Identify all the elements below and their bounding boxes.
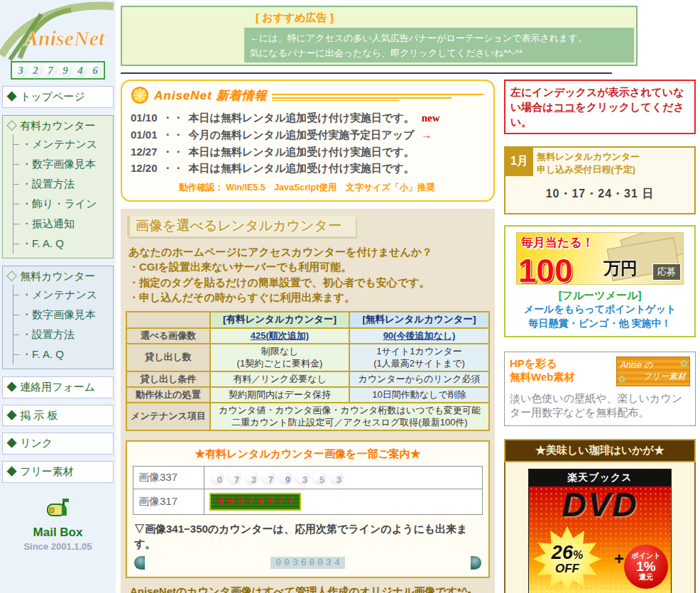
discount-value: 26 bbox=[552, 542, 573, 563]
banner-amount: 100 bbox=[518, 254, 573, 285]
sidebar-group-paid-counter: ◇ 有料カウンター ・メンテナンス ・数字画像見本 ・設置方法 ・飾り・ライン … bbox=[2, 115, 114, 259]
arrow-link[interactable]: → bbox=[421, 129, 432, 141]
free-counter-submenu: ・メンテナンス ・数字画像見本 ・設置方法 ・F. A. Q bbox=[13, 285, 111, 364]
line-cap-right bbox=[471, 556, 481, 570]
rakuten-dvd-banner[interactable]: 楽天ブックス DVD 26% OFF + ポイント 1% 還元 bbox=[528, 469, 672, 593]
discount-starburst: 26% OFF bbox=[533, 526, 601, 592]
line-cap-left bbox=[134, 556, 145, 570]
news-date: 12/27 bbox=[131, 146, 158, 158]
news-footer: 動作確認： Win/IE5.5 JavaScript使用 文字サイズ「小」推奨 bbox=[131, 182, 483, 194]
pearl-digit: 5 bbox=[312, 470, 327, 485]
svg-text:AniseNet: AniseNet bbox=[23, 26, 106, 50]
free-cell: カウンターからのリンク必須 bbox=[349, 371, 489, 387]
sidebar-item-free-counter[interactable]: ◇ 無料カウンター bbox=[6, 270, 111, 283]
paid-image-count-link[interactable]: 425(順次追加) bbox=[251, 330, 309, 341]
citrus-icon bbox=[131, 86, 149, 104]
pearl-digit: 9 bbox=[278, 470, 292, 485]
material-title-line2: 無料Web素材 bbox=[510, 370, 574, 384]
sidebar-item-board[interactable]: ◆ 掲 示 板 bbox=[2, 405, 114, 427]
sidebar-item-paid-decoration[interactable]: ・飾り・ライン bbox=[13, 194, 111, 214]
fruitmail-line1: メールをもらってポイントゲット bbox=[510, 303, 690, 317]
news-text: 本日は無料レンタル追加受け付け実施日です。 bbox=[189, 162, 415, 174]
anise-free-material-banner[interactable]: ✿ ✿ Anise の フリー素材 bbox=[616, 357, 690, 386]
sidebar-item-free-digit-samples[interactable]: ・数字画像見本 bbox=[13, 305, 111, 325]
paid-column-header: [有料レンタルカウンター] bbox=[210, 312, 349, 328]
fruitmail-banner[interactable]: 毎月当たる！ 100 万円 応募 bbox=[516, 232, 684, 285]
line-style-counter: 00368034 bbox=[134, 556, 481, 570]
sidebar-item-paid-faq[interactable]: ・F. A. Q bbox=[13, 234, 111, 254]
news-item: 01/10・・本日は無料レンタル追加受け付け実施日です。new bbox=[131, 109, 483, 126]
mailbox-link[interactable]: Mail Box Since 2001.1.05 bbox=[0, 499, 116, 552]
table-row: メンテナンス項目 カウンタ値・カウンタ画像・カウンタ桁数はいつでも変更可能 二重… bbox=[126, 403, 489, 430]
flower-icon: ✿ bbox=[618, 373, 626, 386]
sidebar-item-paid-setup[interactable]: ・設置方法 bbox=[13, 174, 111, 194]
news-title: AniseNet 新着情報 bbox=[154, 87, 267, 104]
intro-bullet: ・申し込んだその時からすぐに利用出来ます。 bbox=[128, 290, 490, 305]
sidebar-item-free-maintenance[interactable]: ・メンテナンス bbox=[13, 285, 111, 305]
koko-link[interactable]: ココ bbox=[554, 101, 576, 113]
news-item: 12/20・・本日は無料レンタル追加受け付け実施日です。 bbox=[131, 160, 483, 176]
schedule-box: 1月 無料レンタルカウンター 申し込み受付日程(予定) 10・17・24・31 … bbox=[504, 146, 696, 214]
news-date: 12/20 bbox=[131, 162, 158, 174]
anise-logo-icon: AniseNet bbox=[0, 1, 116, 61]
sidebar-item-top-page[interactable]: ◆ トップページ bbox=[2, 86, 114, 108]
material-description: 淡い色使いの壁紙や、楽しいカウンター用数字などを無料配布。 bbox=[510, 391, 690, 420]
fruitmail-name[interactable]: [フルーツメール] bbox=[510, 289, 690, 303]
paid-cell: 契約期間内はデータ保持 bbox=[210, 387, 349, 403]
sidebar: AniseNet 3 2 7 9 4 6 ◆ トップページ ◇ 有料カウンター … bbox=[0, 0, 116, 593]
table-row: 動作休止の処置 契約期間内はデータ保持 10日間作動なしで削除 bbox=[126, 387, 489, 403]
schedule-dates: 10・17・24・31 日 bbox=[505, 176, 694, 213]
table-row: 貸し出し条件 有料／リンク必要なし カウンターからのリンク必須 bbox=[126, 371, 489, 387]
rotating-ad-space[interactable] bbox=[122, 7, 243, 65]
rental-counter-panel: 画像を選べるレンタルカウンター あなたのホームページにアクセスカウンターを付けま… bbox=[121, 209, 495, 593]
apply-button[interactable]: 応募 bbox=[652, 263, 681, 281]
fruitmail-line2: 毎日懸賞・ビンゴ・他 実施中！ bbox=[510, 317, 690, 331]
counter-digit: 4 bbox=[73, 63, 87, 77]
sample-label: 画像317 bbox=[133, 489, 204, 514]
ad-banner-line1: ←には、特にアクセスの多い人気広告バナーがローテーションで表示されます。 bbox=[250, 31, 628, 46]
section-title: 画像を選べるレンタルカウンター bbox=[127, 216, 356, 236]
table-corner-cell bbox=[126, 312, 210, 328]
original-images-note: AniseNetのカウンタ画像はすべて管理人作成のオリジナル画像です*^- bbox=[126, 585, 490, 593]
pearl-digit: 7 bbox=[261, 470, 275, 485]
material-title-line1: HPを彩る bbox=[510, 357, 574, 371]
sidebar-item-free-faq[interactable]: ・F. A. Q bbox=[13, 344, 111, 364]
sidebar-item-paid-maintenance[interactable]: ・メンテナンス bbox=[13, 134, 111, 154]
counter-digit: 2 bbox=[28, 63, 43, 77]
coffee-section-header: ★美味しい珈琲はいかが★ bbox=[504, 439, 696, 462]
sidebar-item-paid-digit-samples[interactable]: ・数字画像見本 bbox=[13, 154, 111, 174]
month-badge: 1月 bbox=[505, 148, 533, 176]
sidebar-group-free-counter: ◇ 無料カウンター ・メンテナンス ・数字画像見本 ・設置方法 ・F. A. Q bbox=[2, 266, 114, 369]
sidebar-item-paid-counter[interactable]: ◇ 有料カウンター bbox=[6, 119, 111, 132]
right-column: 左にインデックスが表示されていない場合はココをクリックしてください。 1月 無料… bbox=[504, 80, 696, 593]
row-label: 貸し出し条件 bbox=[126, 371, 210, 387]
free-image-count-link[interactable]: 90(今後追加なし) bbox=[383, 330, 456, 341]
since-label: Since 2001.1.05 bbox=[0, 541, 116, 552]
site-logo[interactable]: AniseNet bbox=[0, 1, 116, 61]
pearl-digit: 7 bbox=[226, 470, 241, 485]
sidebar-item-paid-transfer-notice[interactable]: ・振込通知 bbox=[13, 214, 111, 234]
banner-catch-text: 毎月当たる！ bbox=[521, 234, 594, 251]
point-value: 1% bbox=[636, 560, 655, 574]
discount-percent-sign: % bbox=[573, 549, 583, 561]
sidebar-item-links[interactable]: ◆ リンク bbox=[2, 432, 114, 455]
row-label: 貸し出し数 bbox=[126, 344, 210, 371]
mailbox-label: Mail Box bbox=[0, 526, 116, 540]
sidebar-item-free-material[interactable]: ◆ フリー素材 bbox=[2, 461, 114, 483]
schedule-title-line2: 申し込み受付日程(予定) bbox=[537, 163, 640, 176]
sidebar-item-free-setup[interactable]: ・設置方法 bbox=[13, 325, 111, 344]
web-material-box: HPを彩る 無料Web素材 ✿ ✿ Anise の フリー素材 淡い色使いの壁紙… bbox=[504, 352, 696, 427]
row-label: 選べる画像数 bbox=[126, 328, 210, 344]
green-counter-image: 00374877 bbox=[209, 493, 301, 511]
sample-row: 画像317 00374877 bbox=[133, 489, 483, 514]
counter-digit: 7 bbox=[43, 63, 58, 77]
row-label: 動作休止の処置 bbox=[126, 387, 210, 403]
maintenance-cell: カウンタ値・カウンタ画像・カウンタ桁数はいつでも変更可能 二重カウント防止設定可… bbox=[210, 403, 489, 430]
news-text: 本日は無料レンタル追加受け付け実施日です。 bbox=[189, 111, 415, 124]
anise-banner-line2: フリー素材 bbox=[620, 371, 686, 382]
table-row: 貸し出し数 制限なし (1契約ごとに要料金) 1サイト1カウンター (1人最高2… bbox=[126, 344, 489, 371]
sidebar-item-contact-form[interactable]: ◆ 連絡用フォーム bbox=[2, 376, 114, 398]
sample-row: 画像337 0 7 3 7 9 3 5 3 bbox=[133, 466, 483, 489]
paid-counter-submenu: ・メンテナンス ・数字画像見本 ・設置方法 ・飾り・ライン ・振込通知 ・F. … bbox=[13, 134, 111, 254]
banner-unit: 万円 bbox=[603, 257, 638, 280]
